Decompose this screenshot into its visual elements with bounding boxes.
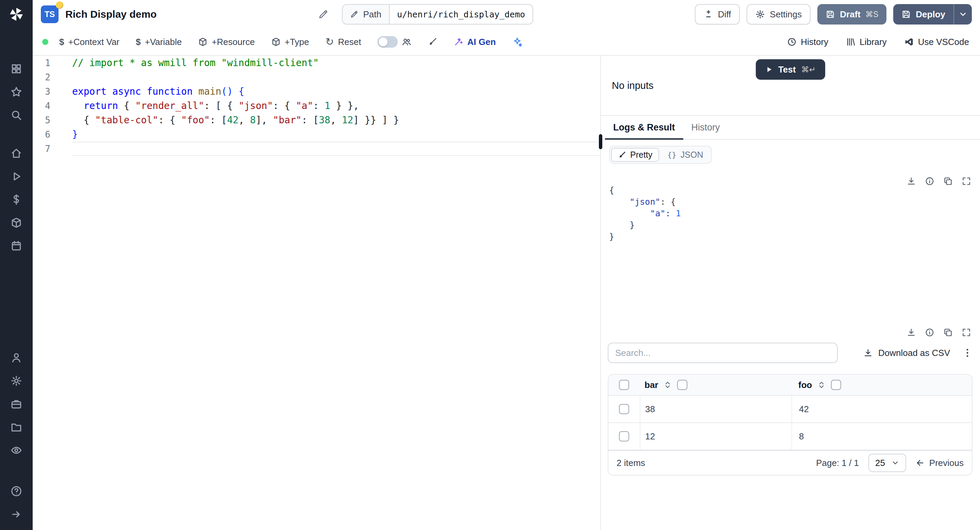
add-resource-button[interactable]: +Resource: [198, 37, 255, 47]
json-view-button[interactable]: {} JSON: [660, 148, 710, 162]
path-control[interactable]: Path u/henri/rich_display_demo: [342, 4, 533, 24]
add-variable-button[interactable]: $ +Variable: [136, 37, 182, 47]
code-editor[interactable]: 1 2 3 4 5 6 7 // import * as wmill from …: [33, 56, 600, 530]
vscode-icon: [904, 37, 914, 47]
column-header-bar[interactable]: bar: [644, 380, 658, 390]
path-value[interactable]: u/henri/rich_display_demo: [390, 5, 533, 24]
play-icon[interactable]: [0, 165, 33, 188]
ai-gen-button[interactable]: AI Gen: [453, 37, 496, 47]
run-bar: No inputs Test ⌘↵: [601, 56, 980, 116]
code-line-current: [72, 142, 600, 156]
copy-icon[interactable]: [943, 328, 953, 337]
page-indicator: Page: 1 / 1: [816, 458, 859, 468]
arrow-right-icon[interactable]: [0, 503, 33, 526]
data-table: bar foo: [608, 374, 972, 476]
status-dot: [42, 39, 48, 45]
calendar-icon[interactable]: [0, 234, 33, 257]
use-vscode-button[interactable]: Use VSCode: [904, 37, 969, 47]
play-icon: [765, 66, 773, 73]
info-icon[interactable]: [925, 176, 934, 186]
download-icon[interactable]: [907, 328, 916, 337]
table-search-input[interactable]: [608, 343, 838, 363]
toolbar-right: History Library Use VSCode: [787, 37, 969, 47]
home-icon[interactable]: [0, 142, 33, 165]
deploy-button[interactable]: Deploy: [893, 4, 953, 24]
history-button[interactable]: History: [787, 37, 828, 47]
people-icon: [402, 37, 411, 47]
main-column: TS Rich Display demo Path u/henri/rich_d…: [33, 0, 980, 530]
sparkles-button[interactable]: [512, 37, 522, 47]
rich-table-section: Download as CSV bar: [608, 328, 972, 476]
add-context-var-button[interactable]: $ +Context Var: [59, 37, 119, 47]
diff-icon: [704, 10, 713, 19]
table-header-row: bar foo: [608, 375, 972, 396]
sort-icon[interactable]: [817, 381, 826, 389]
expand-icon[interactable]: [962, 176, 971, 186]
header-actions: Diff Settings Draft ⌘S Deploy: [695, 4, 972, 24]
add-type-button[interactable]: +Type: [271, 37, 309, 47]
help-icon[interactable]: [0, 480, 33, 503]
save-icon: [826, 10, 835, 19]
cell-value: 8: [799, 431, 804, 442]
select-all-checkbox[interactable]: [619, 380, 629, 390]
diff-button[interactable]: Diff: [695, 4, 740, 24]
library-button[interactable]: Library: [846, 37, 886, 47]
search-icon[interactable]: [0, 104, 33, 127]
code-line: }: [72, 128, 600, 142]
info-icon[interactable]: [925, 328, 934, 337]
settings-button[interactable]: Settings: [746, 4, 811, 24]
package-icon: [198, 37, 208, 47]
page-size-select[interactable]: 25: [869, 454, 906, 472]
dollar-icon[interactable]: [0, 188, 33, 211]
typescript-badge-label: TS: [45, 10, 55, 19]
sort-icon[interactable]: [663, 381, 672, 389]
folder-icon[interactable]: [0, 415, 33, 439]
cell-value: 12: [645, 431, 655, 442]
edit-summary-pencil-icon[interactable]: [318, 9, 328, 19]
multiplayer-toggle[interactable]: [377, 36, 398, 48]
result-tabs: Logs & Result History: [601, 116, 980, 140]
row-checkbox[interactable]: [619, 431, 629, 441]
reset-button[interactable]: ↻ Reset: [325, 37, 361, 47]
table-row[interactable]: 38 42: [608, 396, 972, 423]
gear-icon[interactable]: [0, 369, 33, 393]
table-menu-button[interactable]: [962, 348, 972, 358]
content-split: 1 2 3 4 5 6 7 // import * as wmill from …: [33, 56, 980, 530]
star-icon[interactable]: [0, 80, 33, 104]
reset-icon: ↻: [325, 37, 334, 47]
test-shortcut: ⌘↵: [801, 65, 816, 74]
download-icon[interactable]: [907, 176, 916, 186]
cell-value: 42: [799, 404, 809, 415]
download-icon: [863, 348, 873, 358]
column-checkbox-bar[interactable]: [677, 380, 687, 390]
previous-page-button[interactable]: Previous: [916, 458, 964, 468]
no-inputs-label: No inputs: [612, 80, 654, 91]
download-csv-button[interactable]: Download as CSV: [863, 348, 950, 358]
magic-wand-icon: [453, 37, 463, 47]
path-button[interactable]: Path: [343, 5, 390, 24]
history-clock-icon: [787, 37, 797, 47]
grid-icon[interactable]: [0, 57, 33, 80]
deploy-dropdown-button[interactable]: [953, 4, 972, 24]
tab-logs-result[interactable]: Logs & Result: [605, 116, 683, 139]
draft-shortcut: ⌘S: [865, 10, 878, 19]
table-row[interactable]: 12 8: [608, 423, 972, 450]
copy-icon[interactable]: [943, 176, 953, 186]
test-button[interactable]: Test ⌘↵: [756, 59, 825, 80]
format-button[interactable]: [428, 37, 437, 47]
windmill-logo-icon[interactable]: [0, 5, 33, 23]
pencil-icon: [350, 10, 358, 18]
briefcase-icon[interactable]: [0, 393, 33, 415]
eye-icon[interactable]: [0, 439, 33, 462]
sidebar: [0, 0, 33, 530]
pretty-view-button[interactable]: Pretty: [611, 148, 659, 162]
column-checkbox-foo[interactable]: [831, 380, 841, 390]
user-icon[interactable]: [0, 346, 33, 369]
column-header-foo[interactable]: foo: [798, 380, 812, 390]
cubes-icon[interactable]: [0, 211, 33, 234]
tab-history[interactable]: History: [683, 116, 728, 139]
expand-icon[interactable]: [962, 328, 971, 337]
row-checkbox[interactable]: [619, 404, 629, 414]
draft-button[interactable]: Draft ⌘S: [817, 4, 886, 24]
code-content[interactable]: // import * as wmill from "windmill-clie…: [60, 56, 600, 530]
